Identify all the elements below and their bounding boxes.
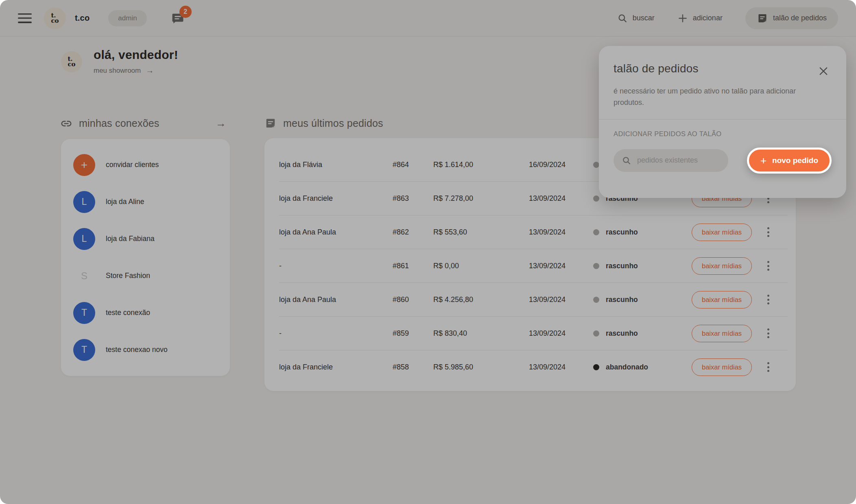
new-order-button[interactable]: + novo pedido [747, 148, 832, 174]
app-screen: t.co t.co admin 2 [0, 0, 856, 504]
dim-overlay [0, 0, 856, 504]
